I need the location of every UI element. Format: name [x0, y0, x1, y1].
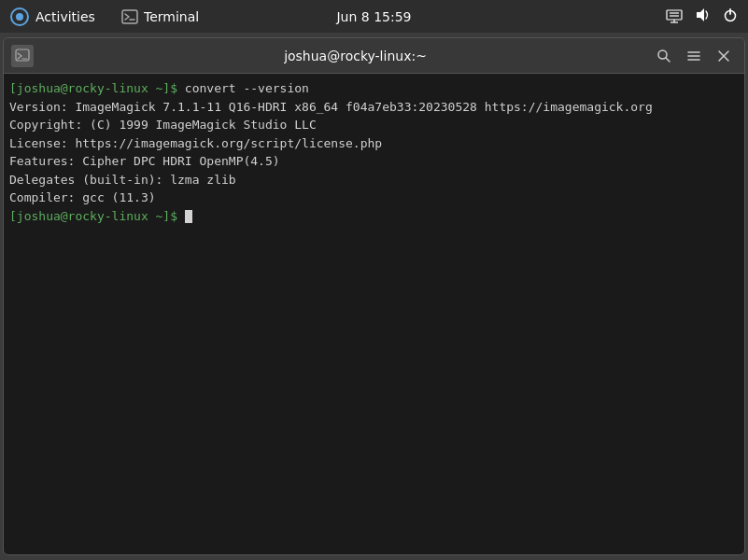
- taskbar-terminal-label[interactable]: Terminal: [144, 9, 199, 24]
- titlebar-terminal-icon: [11, 45, 34, 67]
- activities-icon: [9, 7, 30, 27]
- power-icon[interactable]: [722, 7, 739, 27]
- terminal-taskbar-icon: [121, 8, 138, 25]
- system-bar-right: [666, 7, 739, 27]
- terminal-line-1: [joshua@rocky-linux ~]$ convert --versio…: [9, 79, 739, 98]
- terminal-line-5: Features: Cipher DPC HDRI OpenMP(4.5): [9, 152, 739, 171]
- terminal-line-7: Compiler: gcc (11.3): [9, 189, 739, 207]
- terminal-window: joshua@rocky-linux:~: [3, 37, 745, 555]
- terminal-line-6: Delegates (built-in): lzma zlib: [9, 171, 739, 189]
- terminal-title: joshua@rocky-linux:~: [67, 49, 643, 63]
- svg-rect-2: [122, 10, 137, 23]
- titlebar-controls: [643, 43, 737, 69]
- terminal-line-8: [joshua@rocky-linux ~]$: [9, 207, 739, 226]
- menu-button[interactable]: [681, 43, 707, 69]
- terminal-line-2: Version: ImageMagick 7.1.1-11 Q16-HDRI x…: [9, 98, 739, 117]
- terminal-line-3: Copyright: (C) 1999 ImageMagick Studio L…: [9, 116, 739, 134]
- svg-marker-9: [697, 8, 704, 21]
- activities-label[interactable]: Activities: [35, 9, 95, 24]
- close-button[interactable]: [711, 43, 737, 69]
- prompt-2: [joshua@rocky-linux ~]$: [9, 209, 185, 223]
- terminal-line-4: License: https://imagemagick.org/script/…: [9, 134, 739, 153]
- svg-point-1: [16, 13, 23, 21]
- prompt-1: [joshua@rocky-linux ~]$: [9, 81, 185, 95]
- system-bar-left: Activities: [9, 7, 95, 27]
- sound-icon[interactable]: [694, 7, 711, 27]
- cursor: [185, 210, 192, 223]
- search-button[interactable]: [651, 43, 677, 69]
- terminal-titlebar: joshua@rocky-linux:~: [4, 38, 744, 74]
- svg-line-15: [666, 58, 670, 62]
- system-bar-datetime: Jun 8 15:59: [336, 9, 411, 24]
- network-icon[interactable]: [666, 7, 683, 27]
- system-bar: Activities Terminal Jun 8 15:59: [0, 0, 748, 33]
- svg-rect-4: [667, 10, 682, 20]
- titlebar-left: [11, 45, 67, 67]
- terminal-body[interactable]: [joshua@rocky-linux ~]$ convert --versio…: [4, 74, 744, 554]
